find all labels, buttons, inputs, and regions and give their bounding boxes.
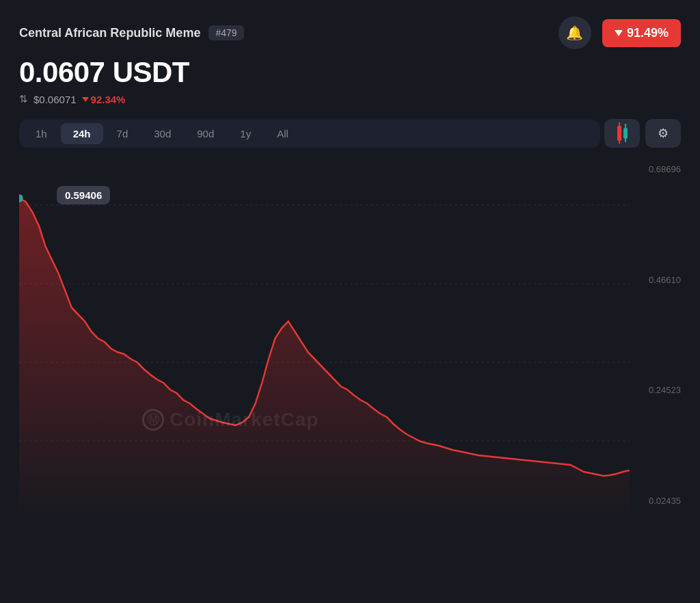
sub-change-pct: 92.34% bbox=[91, 94, 126, 105]
change-badge: 91.49% bbox=[602, 19, 681, 47]
chart-area: 0.68696 0.46610 0.24523 0.02435 bbox=[19, 157, 681, 513]
header-left: Central African Republic Meme #479 bbox=[19, 25, 244, 40]
tab-7d[interactable]: 7d bbox=[105, 123, 141, 144]
main-container: Central African Republic Meme #479 🔔 91.… bbox=[0, 0, 700, 603]
candle-red-icon bbox=[617, 126, 621, 141]
tri-down-icon bbox=[82, 97, 89, 102]
y-label-4: 0.02435 bbox=[633, 496, 681, 506]
price-main: 0.0607 USDT bbox=[19, 56, 189, 88]
tab-30d[interactable]: 30d bbox=[142, 123, 183, 144]
tab-1y[interactable]: 1y bbox=[228, 123, 263, 144]
filter-icon: ⚙ bbox=[658, 126, 669, 141]
y-label-3: 0.24523 bbox=[633, 385, 681, 395]
sub-change: 92.34% bbox=[82, 94, 126, 105]
candle-green-icon bbox=[623, 128, 628, 139]
change-pct: 91.49% bbox=[627, 26, 669, 40]
sub-price: $0.06071 bbox=[33, 94, 77, 105]
coin-name: Central African Republic Meme bbox=[19, 26, 200, 40]
candle-button[interactable] bbox=[604, 119, 640, 148]
y-label-1: 0.68696 bbox=[633, 164, 681, 174]
tab-24h[interactable]: 24h bbox=[61, 123, 103, 144]
bell-icon: 🔔 bbox=[566, 25, 583, 41]
filter-button[interactable]: ⚙ bbox=[645, 119, 681, 148]
tab-90d[interactable]: 90d bbox=[185, 123, 226, 144]
price-chart-svg bbox=[19, 157, 630, 513]
chart-tooltip: 0.59406 bbox=[57, 186, 110, 204]
sub-price-row: ⇅ $0.06071 92.34% bbox=[19, 93, 681, 105]
header-right: 🔔 91.49% bbox=[558, 16, 681, 49]
timeframe-bar: 1h 24h 7d 30d 90d 1y All ⚙ bbox=[19, 119, 681, 148]
bell-button[interactable]: 🔔 bbox=[558, 16, 591, 49]
tooltip-value: 0.59406 bbox=[65, 189, 102, 201]
timeframe-tabs: 1h 24h 7d 30d 90d 1y All bbox=[19, 120, 600, 148]
price-row: 0.0607 USDT bbox=[19, 56, 681, 89]
rank-badge: #479 bbox=[208, 25, 243, 40]
swap-icon: ⇅ bbox=[19, 93, 28, 105]
tab-all[interactable]: All bbox=[265, 123, 301, 144]
right-controls: ⚙ bbox=[604, 119, 681, 148]
arrow-down-icon bbox=[615, 30, 623, 36]
chart-y-labels: 0.68696 0.46610 0.24523 0.02435 bbox=[633, 157, 681, 513]
header-row: Central African Republic Meme #479 🔔 91.… bbox=[19, 16, 681, 49]
chart-svg-wrapper: 0.59406 Ⓜ CoinMarketCap bbox=[19, 157, 630, 513]
y-label-2: 0.46610 bbox=[633, 275, 681, 285]
tab-1h[interactable]: 1h bbox=[23, 123, 59, 144]
